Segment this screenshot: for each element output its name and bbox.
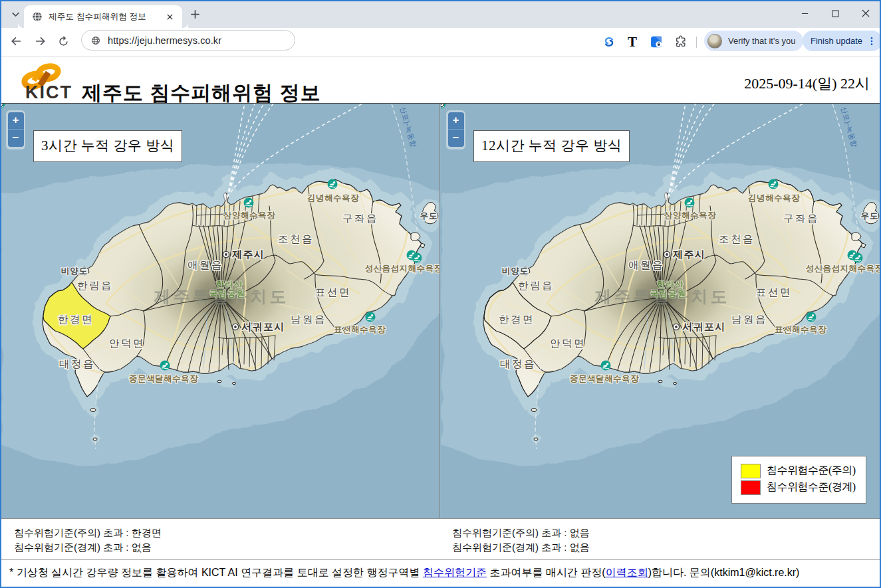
zoom-control: + − xyxy=(6,110,25,149)
extension-swirl-icon[interactable] xyxy=(602,35,616,49)
close-icon xyxy=(862,9,870,17)
legend-row-alert: 침수위험수준(경계) xyxy=(741,479,866,496)
zoom-in-button[interactable]: + xyxy=(448,112,464,130)
legend-label-alert: 침수위험수준(경계) xyxy=(767,480,856,494)
mode-label-3h: 3시간 누적 강우 방식 xyxy=(33,130,182,162)
browser-tabstrip: 제주도 침수피해위험 정보 xyxy=(0,0,881,28)
browser-toolbar: https://jeju.hermesys.co.kr T Verify tha… xyxy=(0,28,881,56)
status-left-line1: 침수위험기준(주의) 초과 : 한경면 xyxy=(14,526,162,540)
footer-link-history[interactable]: 이력조회 xyxy=(606,567,648,578)
verify-chip-label: Verify that it's you xyxy=(728,36,795,46)
address-bar[interactable]: https://jeju.hermesys.co.kr xyxy=(81,30,295,50)
mode-label-12h: 12시간 누적 강우 방식 xyxy=(473,130,630,162)
status-left: 침수위험기준(주의) 초과 : 한경면 침수위험기준(경계) 초과 : 없음 xyxy=(14,526,162,555)
legend-swatch-alert xyxy=(741,480,761,495)
window-controls xyxy=(789,0,881,27)
zoom-out-button[interactable]: − xyxy=(8,130,24,147)
extension-t-icon[interactable]: T xyxy=(626,35,639,49)
zoom-in-button[interactable]: + xyxy=(8,112,24,130)
forward-button[interactable] xyxy=(33,35,47,49)
globe-favicon-icon xyxy=(32,11,43,22)
kebab-menu-icon[interactable] xyxy=(866,36,877,47)
status-left-line2: 침수위험기준(경계) 초과 : 없음 xyxy=(14,540,162,555)
legend-swatch-warning xyxy=(741,464,761,478)
window-close-button[interactable] xyxy=(850,0,881,27)
finish-update-button[interactable]: Finish update xyxy=(803,31,881,51)
tab-search-button[interactable] xyxy=(8,7,23,21)
zoom-out-button[interactable]: − xyxy=(448,130,464,147)
legend-label-warning: 침수위험수준(주의) xyxy=(767,464,856,478)
kict-logo-text: KICT xyxy=(25,82,72,99)
new-tab-button[interactable] xyxy=(189,9,201,20)
url-text: https://jeju.hermesys.co.kr xyxy=(108,35,221,46)
minimize-icon xyxy=(801,10,809,17)
status-row: 침수위험기준(주의) 초과 : 한경면 침수위험기준(경계) 초과 : 없음 침… xyxy=(0,520,881,559)
reload-button[interactable] xyxy=(57,35,70,49)
globe-icon xyxy=(91,36,100,45)
footer-link-criteria[interactable]: 침수위험기준 xyxy=(423,567,487,578)
webpage: KICT 제주도 침수피해위험 정보 2025-09-14(일) 22시 + −… xyxy=(0,56,881,588)
toolbar-separator xyxy=(696,37,697,48)
maps-container: + − 3시간 누적 강우 방식 + − 12시간 누적 강우 방식 침수위험수… xyxy=(0,103,881,519)
status-right-line2: 침수위험기준(경계) 초과 : 없음 xyxy=(452,540,590,555)
map-panel-12h[interactable]: + − 12시간 누적 강우 방식 침수위험수준(주의) 침수위험수준(경계) xyxy=(440,104,881,518)
back-button[interactable] xyxy=(9,35,23,49)
footer-part3: )합니다. 문의(ktkim1@kict.re.kr) xyxy=(648,567,800,578)
window-maximize-button[interactable] xyxy=(820,0,850,27)
update-chip-label: Finish update xyxy=(811,36,862,46)
map-legend: 침수위험수준(주의) 침수위험수준(경계) xyxy=(731,456,866,504)
verify-profile-chip[interactable]: Verify that it's you xyxy=(704,31,803,51)
chevron-down-icon xyxy=(11,9,21,19)
browser-tab-active[interactable]: 제주도 침수피해위험 정보 xyxy=(24,5,182,28)
page-header: KICT 제주도 침수피해위험 정보 2025-09-14(일) 22시 xyxy=(0,56,881,103)
extensions-puzzle-icon[interactable] xyxy=(674,35,688,49)
tab-close-button[interactable] xyxy=(164,11,176,23)
page-footer: * 기상청 실시간 강우량 정보를 활용하여 KICT AI 연구결과를 토대로… xyxy=(0,559,881,588)
profile-avatar xyxy=(707,34,722,49)
status-right: 침수위험기준(주의) 초과 : 없음 침수위험기준(경계) 초과 : 없음 xyxy=(452,526,590,555)
maximize-icon xyxy=(832,10,839,17)
legend-row-warning: 침수위험수준(주의) xyxy=(741,462,866,479)
footer-text: * 기상청 실시간 강우량 정보를 활용하여 KICT AI 연구결과를 토대로… xyxy=(9,566,799,580)
extension-lock-icon[interactable] xyxy=(650,35,663,49)
map-panel-3h[interactable]: + − 3시간 누적 강우 방식 xyxy=(0,104,440,518)
footer-part1: * 기상청 실시간 강우량 정보를 활용하여 KICT AI 연구결과를 토대로… xyxy=(9,567,423,578)
jeju-map-3h[interactable] xyxy=(0,104,440,518)
zoom-control: + − xyxy=(446,110,465,149)
close-icon xyxy=(166,13,174,21)
status-right-line1: 침수위험기준(주의) 초과 : 없음 xyxy=(452,526,590,540)
tab-title: 제주도 침수피해위험 정보 xyxy=(49,11,164,23)
plus-icon xyxy=(189,9,201,20)
kict-logo: KICT xyxy=(13,62,73,99)
footer-part2: 초과여부를 매시간 판정( xyxy=(487,567,606,578)
window-minimize-button[interactable] xyxy=(789,0,820,27)
page-datetime: 2025-09-14(일) 22시 xyxy=(744,74,870,94)
